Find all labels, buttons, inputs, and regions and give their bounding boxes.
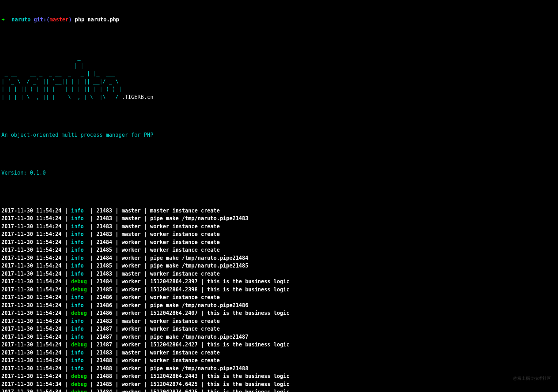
log-ts: 2017-11-30 11:54:24 [1,318,62,324]
log-ts: 2017-11-30 11:54:24 [1,342,62,348]
log-level: info [71,239,87,245]
log-ts: 2017-11-30 11:54:24 [1,294,62,300]
log-level: info [71,357,87,364]
log-pid: 21488 [96,373,112,379]
log-msg: 1512042874.6425 | this is the business l… [150,389,289,392]
log-level: info [71,365,87,372]
log-line: 2017-11-30 11:54:24 | info | 21483 | mas… [1,317,558,325]
log-role: worker [122,255,141,261]
command: php [75,16,84,23]
log-level: debug [71,373,87,379]
log-level: debug [71,342,87,348]
log-level: info [71,334,87,340]
log-role: worker [122,381,141,387]
log-ts: 2017-11-30 11:54:24 [1,255,62,261]
log-ts: 2017-11-30 11:54:24 [1,263,62,269]
log-ts: 2017-11-30 11:54:24 [1,326,62,332]
log-msg: worker instance create [150,231,220,237]
version-line: Version: 0.1.0 [0,169,558,177]
log-level: info [71,231,87,237]
log-level: info [71,263,87,269]
log-msg: 1512042874.6425 | this is the business l… [150,381,289,387]
git-branch: master [49,16,68,23]
log-level: debug [71,381,87,387]
log-line: 2017-11-30 11:54:24 | debug | 21485 | wo… [1,286,558,294]
log-pid: 21486 [96,310,112,316]
log-pid: 21487 [96,326,112,332]
log-pid: 21487 [96,342,112,348]
log-role: master [122,208,141,214]
log-line: 2017-11-30 11:54:24 | info | 21483 | mas… [1,207,558,215]
log-pid: 21483 [96,271,112,277]
log-line: 2017-11-30 11:54:24 | info | 21483 | mas… [1,230,558,238]
log-line: 2017-11-30 11:54:34 | debug | 21485 | wo… [1,380,558,388]
log-role: master [122,318,141,324]
log-ts: 2017-11-30 11:54:24 [1,271,62,277]
log-line: 2017-11-30 11:54:24 | info | 21484 | wor… [1,254,558,262]
log-ts: 2017-11-30 11:54:34 [1,389,62,392]
log-role: worker [122,310,141,316]
log-level: info [71,215,87,222]
log-ts: 2017-11-30 11:54:24 [1,302,62,309]
log-msg: worker instance create [150,318,220,324]
ascii-art-logo: _ | | _ __ __ _ _ __ _ _ | |_ ___ | '_ \… [0,54,558,101]
log-pid: 21483 [96,318,112,324]
git-label: git:( [34,16,49,23]
log-line: 2017-11-30 11:54:24 | debug | 21488 | wo… [1,372,558,380]
log-output: 2017-11-30 11:54:24 | info | 21483 | mas… [0,207,558,392]
log-role: worker [122,342,141,348]
log-level: debug [71,278,87,285]
log-line: 2017-11-30 11:54:24 | info | 21483 | mas… [1,270,558,278]
log-ts: 2017-11-30 11:54:24 [1,215,62,222]
log-line: 2017-11-30 11:54:24 | info | 21487 | wor… [1,333,558,341]
log-pid: 21488 [96,365,112,372]
log-msg: worker instance create [150,247,220,253]
log-level: info [71,318,87,324]
log-role: worker [122,286,141,293]
log-msg: pipe make /tmp/naruto.pipe21485 [150,263,248,269]
log-role: master [122,215,141,222]
log-level: info [71,208,87,214]
log-ts: 2017-11-30 11:54:24 [1,310,62,316]
log-ts: 2017-11-30 11:54:24 [1,247,62,253]
log-role: master [122,231,141,237]
log-line: 2017-11-30 11:54:24 | info | 21486 | wor… [1,293,558,302]
log-pid: 21488 [96,357,112,364]
log-pid: 21485 [96,286,112,293]
log-pid: 21485 [96,381,112,387]
log-role: worker [122,239,141,245]
log-pid: 21483 [96,208,112,214]
log-pid: 21486 [96,294,112,300]
log-pid: 21483 [96,223,112,230]
log-role: worker [122,357,141,364]
log-pid: 21484 [96,239,112,245]
log-line: 2017-11-30 11:54:24 | debug | 21486 | wo… [1,309,558,317]
log-ts: 2017-11-30 11:54:24 [1,286,62,293]
log-pid: 21487 [96,334,112,340]
git-close: ) [69,16,72,23]
log-line: 2017-11-30 11:54:24 | info | 21483 | mas… [1,223,558,231]
log-line: 2017-11-30 11:54:24 | info | 21488 | wor… [1,365,558,373]
log-pid: 21484 [96,255,112,261]
log-line: 2017-11-30 11:54:24 | info | 21485 | wor… [1,262,558,270]
app-subtitle: An object-oriented multi process manager… [0,131,558,139]
log-role: worker [122,334,141,340]
log-msg: worker instance create [150,326,220,332]
log-role: worker [122,389,141,392]
log-msg: worker instance create [150,350,220,356]
log-pid: 21483 [96,215,112,222]
log-level: info [71,350,87,356]
log-msg: 1512042864.2407 | this is the business l… [150,310,289,316]
log-msg: 1512042864.2443 | this is the business l… [150,373,289,379]
log-msg: pipe make /tmp/naruto.pipe21483 [150,215,248,222]
log-line: 2017-11-30 11:54:24 | info | 21487 | wor… [1,325,558,333]
log-role: master [122,350,141,356]
log-level: info [71,294,87,300]
watermark: @稀土掘金技术社区 [513,375,551,381]
log-role: worker [122,294,141,300]
log-ts: 2017-11-30 11:54:24 [1,365,62,372]
log-level: debug [71,286,87,293]
log-ts: 2017-11-30 11:54:34 [1,381,62,387]
log-ts: 2017-11-30 11:54:24 [1,357,62,364]
command-file: naruto.php [88,16,119,23]
